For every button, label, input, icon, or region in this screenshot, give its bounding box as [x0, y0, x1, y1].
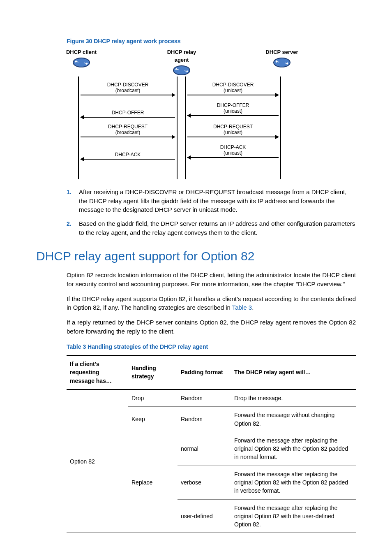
msg-text: (broadcast): [81, 88, 175, 94]
svg-point-2: [274, 58, 290, 67]
msg-text: DHCP-DISCOVER: [81, 82, 175, 88]
msg-discover-right: DHCP-DISCOVER (unicast): [187, 82, 279, 95]
dhcp-sequence-diagram: DHCP client DHCP relay agent DHCP server: [67, 49, 297, 179]
msg-text: DHCP-REQUEST: [187, 124, 279, 130]
router-icon: [73, 57, 90, 68]
msg-text: (broadcast): [81, 130, 175, 136]
msg-text: (unicast): [187, 130, 279, 136]
table-cell: user-defined: [178, 499, 231, 533]
msg-text: (unicast): [187, 88, 279, 94]
msg-text: DHCP-DISCOVER: [187, 82, 279, 88]
step-number: 2.: [67, 219, 79, 228]
msg-text: (unicast): [187, 109, 279, 114]
table-cell: Option 82: [67, 389, 128, 533]
table-cell: Forward the message without changing Opt…: [231, 407, 356, 432]
table-cell: Random: [178, 389, 231, 407]
step-number: 1.: [67, 188, 79, 196]
paragraph-text: If the DHCP relay agent supports Option …: [67, 295, 356, 311]
msg-request-left: DHCP-REQUEST (broadcast): [81, 124, 175, 137]
table-cell: Forward the message after replacing the …: [231, 499, 356, 533]
paragraph-text: .: [252, 304, 254, 311]
table-cell: normal: [178, 432, 231, 466]
table-header: If a client's requesting message has…: [67, 355, 128, 389]
node-label: DHCP server: [265, 49, 298, 55]
handling-strategies-table: If a client's requesting message has… Ha…: [67, 355, 356, 533]
table-cell: Keep: [128, 407, 178, 432]
node-label: DHCP client: [66, 49, 97, 55]
msg-ack-left: DHCP-ACK: [81, 152, 175, 160]
msg-request-right: DHCP-REQUEST (unicast): [187, 124, 279, 137]
msg-text: DHCP-OFFER: [187, 103, 279, 109]
svg-point-1: [173, 66, 190, 75]
node-dhcp-client: DHCP client: [65, 49, 98, 76]
paragraph: If a reply returned by the DHCP server c…: [67, 318, 356, 336]
section-heading: DHCP relay agent support for Option 82: [36, 247, 356, 265]
paragraph: Option 82 records location information o…: [67, 271, 356, 289]
msg-text: DHCP-OFFER: [81, 110, 175, 116]
router-icon: [173, 65, 190, 76]
step-text: Based on the giaddr field, the DHCP serv…: [79, 219, 356, 237]
step-item: 1. After receiving a DHCP-DISCOVER or DH…: [67, 188, 356, 214]
node-label: DHCP relay agent: [167, 49, 196, 63]
svg-point-0: [73, 58, 90, 67]
table-cell: Drop: [128, 389, 178, 407]
table-cell: verbose: [178, 466, 231, 499]
figure-caption: Figure 30 DHCP relay agent work process: [67, 37, 356, 45]
table-cell: Replace: [128, 432, 178, 533]
table-ref-link[interactable]: Table 3: [232, 304, 252, 311]
msg-ack-right: DHCP-ACK (unicast): [187, 145, 279, 158]
msg-discover-left: DHCP-DISCOVER (broadcast): [81, 82, 175, 95]
table-header: Handling strategy: [128, 355, 178, 389]
table-header: The DHCP relay agent will…: [231, 355, 356, 389]
msg-text: DHCP-ACK: [187, 145, 279, 151]
table-cell: Random: [178, 407, 231, 432]
step-text: After receiving a DHCP-DISCOVER or DHCP-…: [79, 188, 356, 214]
router-icon: [273, 57, 291, 68]
paragraph: If the DHCP relay agent supports Option …: [67, 294, 356, 313]
msg-offer-right: DHCP-OFFER (unicast): [187, 103, 279, 116]
node-dhcp-server: DHCP server: [265, 49, 298, 76]
node-dhcp-relay: DHCP relay agent: [165, 49, 198, 76]
table-cell: Forward the message after replacing the …: [231, 432, 356, 466]
msg-text: DHCP-REQUEST: [81, 124, 175, 130]
msg-offer-left: DHCP-OFFER: [81, 110, 175, 118]
msg-text: (unicast): [187, 151, 279, 156]
table-caption: Table 3 Handling strategies of the DHCP …: [67, 343, 356, 351]
numbered-steps: 1. After receiving a DHCP-DISCOVER or DH…: [67, 188, 356, 237]
step-item: 2. Based on the giaddr field, the DHCP s…: [67, 219, 356, 237]
table-cell: Forward the message after replacing the …: [231, 466, 356, 499]
table-cell: Drop the message.: [231, 389, 356, 407]
table-header: Padding format: [178, 355, 231, 389]
msg-text: DHCP-ACK: [81, 152, 175, 158]
